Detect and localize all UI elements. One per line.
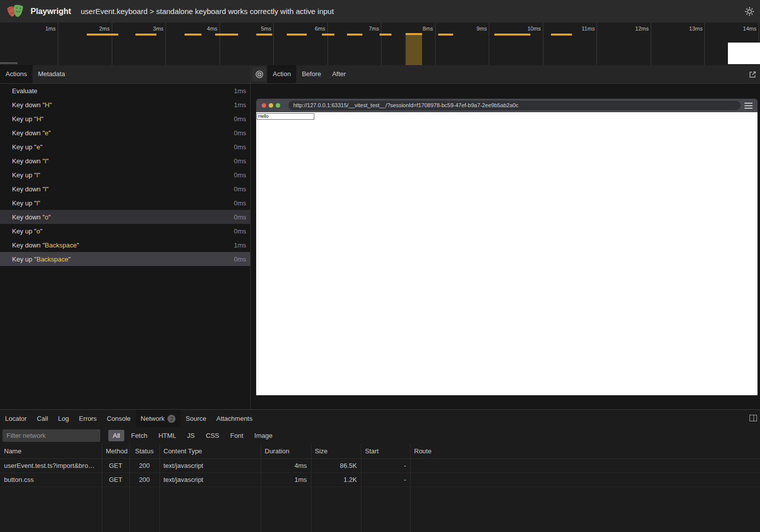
column-separator[interactable] [361, 444, 361, 532]
timeline-action-mark[interactable] [494, 34, 530, 36]
timeline-tick-label: 10ms [512, 26, 541, 32]
quote-mark: " [50, 101, 52, 109]
cell-start: - [361, 462, 410, 469]
timeline-action-mark[interactable] [379, 34, 392, 36]
column-header-status[interactable]: Status [129, 447, 159, 455]
tab-network[interactable]: Network2 [136, 410, 181, 427]
column-header-start[interactable]: Start [361, 447, 410, 455]
action-title: Key up "l" [12, 199, 40, 207]
timeline-tick-label: 12ms [620, 26, 649, 32]
timeline-tick-label: 11ms [565, 26, 595, 32]
column-header-route[interactable]: Route [410, 447, 760, 455]
filter-chip-fetch[interactable]: Fetch [126, 430, 152, 441]
column-header-method[interactable]: Method [102, 447, 129, 455]
timeline-action-mark[interactable] [287, 34, 307, 36]
tab-locator[interactable]: Locator [0, 410, 32, 427]
action-row[interactable]: Key down "e"0ms [0, 126, 250, 140]
timeline-action-mark[interactable] [551, 34, 572, 36]
action-key: H [45, 101, 49, 109]
tab-log[interactable]: Log [53, 410, 74, 427]
filter-chip-all[interactable]: All [108, 430, 124, 441]
address-bar: http://127.0.0.1:63315/__vitest_test__/?… [288, 101, 740, 110]
action-row[interactable]: Key down "l"0ms [0, 154, 250, 168]
trace-title: userEvent.keyboard > standalone keyboard… [81, 0, 334, 23]
tab-action[interactable]: Action [267, 65, 296, 83]
timeline-tick-label: 5ms [242, 26, 271, 32]
filter-chip-font[interactable]: Font [226, 430, 248, 441]
column-separator[interactable] [261, 444, 261, 532]
action-row[interactable]: Key up "e"0ms [0, 140, 250, 154]
network-request-row[interactable]: button.cssGET200text/javascript1ms1.2K- [0, 473, 760, 487]
action-duration: 1ms [234, 101, 246, 109]
action-row[interactable]: Key down "l"0ms [0, 182, 250, 196]
column-separator[interactable] [102, 444, 102, 532]
action-title: Key up "l" [12, 171, 40, 179]
filter-network-input[interactable] [3, 429, 100, 442]
app-name: Playwright [31, 0, 71, 23]
tab-errors[interactable]: Errors [74, 410, 101, 427]
timeline-action-mark[interactable] [215, 34, 238, 36]
tab-actions[interactable]: Actions [0, 65, 33, 83]
gear-icon[interactable] [744, 7, 754, 17]
tab-call[interactable]: Call [32, 410, 53, 427]
network-count-badge: 2 [167, 415, 175, 423]
filter-chip-html[interactable]: HTML [154, 430, 180, 441]
cell-name: userEvent.test.ts?import&bro… [0, 462, 102, 469]
action-row[interactable]: Key up "l"0ms [0, 168, 250, 182]
timeline-action-mark[interactable] [256, 34, 272, 36]
target-icon [255, 70, 264, 79]
action-duration: 0ms [234, 171, 246, 179]
hamburger-menu-icon[interactable] [744, 103, 752, 110]
pick-locator-button[interactable] [252, 67, 266, 81]
timeline-gridline [112, 23, 112, 65]
action-row[interactable]: Key up "o"0ms [0, 224, 250, 238]
action-key: Backspace [37, 255, 69, 263]
action-row[interactable]: Key down "Backspace"1ms [0, 238, 250, 252]
column-separator[interactable] [129, 444, 130, 532]
column-header-duration[interactable]: Duration [261, 447, 311, 455]
action-row[interactable]: Key up "Backspace"0ms [0, 252, 250, 266]
split-panel-icon[interactable] [749, 415, 757, 421]
action-row[interactable]: Key down "o"0ms [0, 210, 250, 224]
timeline-action-mark[interactable] [347, 34, 362, 36]
tab-attachments[interactable]: Attachments [211, 410, 257, 427]
timeline-action-mark[interactable] [438, 34, 453, 36]
column-header-size[interactable]: Size [311, 447, 361, 455]
external-link-icon[interactable] [748, 70, 757, 79]
bottom-tabbar: LocatorCallLogErrorsConsoleNetwork2Sourc… [0, 410, 760, 427]
network-request-row[interactable]: userEvent.test.ts?import&bro…GET200text/… [0, 459, 760, 473]
timeline-action-mark[interactable] [87, 34, 118, 36]
action-title: Key up "H" [12, 115, 44, 123]
text-input[interactable]: Hello [257, 113, 314, 120]
tab-console[interactable]: Console [102, 410, 136, 427]
timeline-action-mark[interactable] [184, 34, 202, 36]
column-header-name[interactable]: Name [0, 447, 102, 455]
column-separator[interactable] [410, 444, 411, 532]
tab-metadata[interactable]: Metadata [33, 65, 71, 83]
filter-chip-css[interactable]: CSS [202, 430, 224, 441]
timeline-action-mark[interactable] [135, 34, 156, 36]
column-header-content-type[interactable]: Content Type [159, 447, 261, 455]
cell-size: 86.5K [311, 462, 361, 469]
bottom-tab-label: Call [37, 410, 48, 427]
tab-before[interactable]: Before [296, 65, 326, 83]
column-separator[interactable] [159, 444, 160, 532]
quote-mark: " [41, 115, 44, 123]
action-row[interactable]: Evaluate1ms [0, 84, 250, 98]
action-row[interactable]: Key down "H"1ms [0, 98, 250, 112]
timeline-gridline [273, 23, 274, 65]
timeline[interactable]: 1ms2ms3ms4ms5ms6ms7ms8ms9ms10ms11ms12ms1… [0, 23, 760, 66]
action-title: Key down "l" [12, 185, 49, 193]
action-row[interactable]: Key up "H"0ms [0, 112, 250, 126]
action-row[interactable]: Key up "l"0ms [0, 196, 250, 210]
timeline-action-mark[interactable] [322, 34, 334, 36]
tab-source[interactable]: Source [180, 410, 211, 427]
panel-divider[interactable] [250, 65, 251, 409]
timeline-selected-action-bar[interactable] [406, 33, 422, 65]
filter-chip-image[interactable]: Image [250, 430, 277, 441]
tab-after[interactable]: After [326, 65, 351, 83]
action-duration: 1ms [234, 241, 246, 249]
column-separator[interactable] [311, 444, 311, 532]
timeline-tick-label: 7ms [350, 26, 379, 32]
filter-chip-js[interactable]: JS [182, 430, 199, 441]
